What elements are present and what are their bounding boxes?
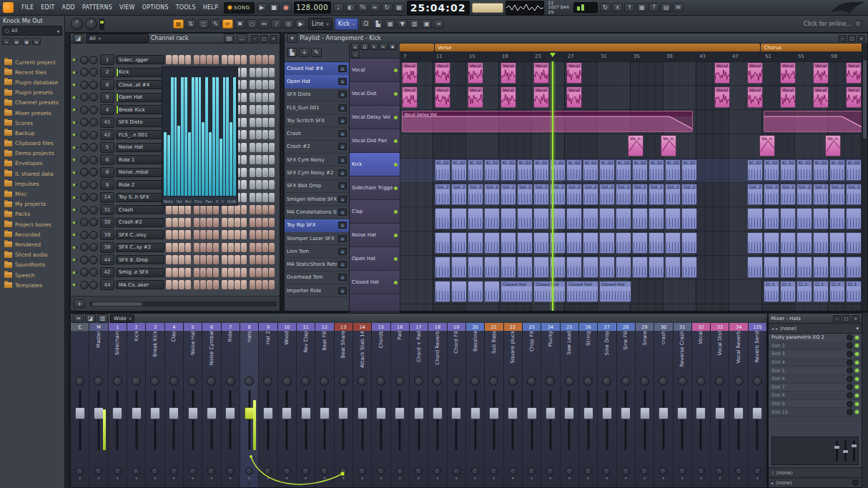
strip-route-led[interactable] [455, 482, 458, 485]
channel-mixer-target[interactable]: 44 [100, 279, 114, 290]
step-cell[interactable] [250, 230, 255, 239]
step-cell[interactable] [228, 55, 234, 64]
fx-slot-enable-led[interactable] [855, 336, 859, 339]
strip-stereo-knob[interactable] [302, 467, 310, 475]
step-cell[interactable] [213, 280, 219, 289]
strip-fader[interactable] [278, 389, 296, 452]
playlist-clip[interactable] [648, 232, 664, 254]
picker-item[interactable]: Toy Rip SFX▤ [285, 219, 349, 232]
strip-fader[interactable] [222, 389, 240, 452]
timeline-marker[interactable]: Chorus [761, 44, 862, 51]
fader-handle[interactable] [357, 407, 368, 419]
playlist-detach-icon[interactable]: ▾ [287, 34, 297, 43]
scrollbar-handle[interactable] [92, 302, 142, 306]
step-cell[interactable] [185, 255, 191, 264]
strip-route-arrow[interactable]: ▾ [324, 477, 326, 480]
strip-stereo-knob[interactable] [415, 467, 423, 475]
playlist-clip[interactable]: Ki..02 [484, 159, 500, 181]
mixer-strip-number[interactable]: 16 [391, 323, 409, 331]
playlist-clip[interactable] [566, 208, 582, 229]
solo-led[interactable] [76, 96, 78, 99]
mute-led[interactable] [73, 259, 75, 261]
mixer-strip-number[interactable]: 2 [127, 323, 145, 331]
fader-handle[interactable] [169, 407, 179, 419]
step-cell[interactable] [166, 243, 172, 252]
step-cell[interactable] [250, 205, 255, 214]
playlist-clip[interactable]: Vo..n [661, 135, 676, 156]
track-mute-led[interactable] [394, 257, 398, 261]
playlist-snap-icon[interactable]: Ω [360, 43, 369, 50]
playlist-clip[interactable]: Ki..02 [517, 159, 533, 181]
browser-item[interactable]: Soundfonts [0, 260, 64, 270]
step-cell[interactable] [213, 218, 219, 227]
graph-target-vel[interactable]: Vel [176, 199, 182, 204]
channel-filter-select[interactable]: All ▾ [86, 34, 149, 43]
fader-handle[interactable] [320, 407, 330, 419]
picker-panel-icon[interactable]: ▙ [373, 19, 383, 29]
strip-pan-knob[interactable] [339, 377, 348, 386]
mixer-strip-number[interactable]: 30 [654, 323, 672, 331]
step-cell[interactable] [200, 255, 206, 264]
playlist-timeline[interactable]: VerseChorus 711151923273135394347515559 [400, 43, 862, 62]
playlist-clip[interactable]: Vocal [468, 86, 483, 108]
delete-tool-icon[interactable]: ✖ [235, 19, 245, 29]
step-cell[interactable] [256, 280, 262, 289]
playlist-clip[interactable]: Ki..02 [599, 159, 615, 181]
strip-route-led[interactable] [661, 482, 665, 485]
channel-button[interactable]: Ride 2 [116, 180, 164, 189]
browser-view-icon[interactable]: ▦ [22, 38, 31, 45]
step-cell[interactable] [194, 255, 199, 264]
step-cell[interactable] [269, 55, 275, 64]
strip-fader[interactable] [184, 389, 202, 452]
maximize-button[interactable]: □ [260, 35, 268, 42]
playlist-clip[interactable] [468, 257, 483, 278]
fl-logo[interactable] [3, 2, 14, 13]
fader-handle[interactable] [282, 407, 292, 419]
solo-led[interactable] [76, 272, 78, 274]
step-cell[interactable] [200, 243, 206, 252]
solo-led[interactable] [76, 247, 78, 249]
mixer-strip-number[interactable]: 22 [504, 323, 522, 331]
channel-mixer-target[interactable]: 14 [100, 192, 114, 203]
playlist-brush-icon[interactable]: ✏ [379, 43, 388, 50]
step-cell[interactable] [179, 280, 184, 289]
playlist-menu-icon[interactable]: ≡ [351, 43, 360, 50]
strip-route-arrow[interactable]: ▾ [267, 477, 270, 480]
close-button[interactable]: × [857, 35, 865, 42]
fx-slot-mix-knob[interactable] [847, 409, 853, 415]
channel-button[interactable]: Toy S..h SFX [116, 193, 164, 202]
strip-route-arrow[interactable]: ▾ [418, 477, 420, 480]
mixer-strip[interactable]: 7Ride▾ [222, 323, 240, 487]
track-lane[interactable]: VocalVocalVocalVocalVocalVocalVocalVocal… [400, 61, 862, 86]
strip-route-led[interactable] [360, 482, 364, 485]
step-cell[interactable] [172, 268, 178, 277]
record-button[interactable]: ● [281, 3, 292, 12]
strip-stereo-knob[interactable] [340, 467, 347, 475]
mixer-strip[interactable]: 25Saw Lead▾ [561, 323, 579, 487]
strip-fader[interactable] [259, 389, 277, 452]
playlist-clip[interactable] [435, 257, 450, 278]
playlist-clip[interactable]: Vocal [402, 62, 418, 84]
step-cell[interactable] [269, 68, 275, 77]
fader-handle[interactable] [489, 407, 499, 419]
browser-menu-icon[interactable]: ≡ [32, 38, 41, 45]
strip-route-arrow[interactable]: ▾ [455, 477, 458, 480]
strip-stereo-knob[interactable] [377, 467, 385, 475]
strip-fader[interactable] [598, 389, 616, 452]
strip-route-arrow[interactable]: ▾ [286, 477, 288, 480]
playlist-clip[interactable]: Ki..02 [533, 159, 549, 181]
strip-pan-knob[interactable] [75, 377, 84, 386]
playlist-clip[interactable]: Closed Hat [566, 281, 598, 302]
channel-button[interactable]: Break Kick [116, 105, 164, 114]
slider-handle[interactable] [852, 444, 857, 447]
step-cell[interactable] [228, 243, 234, 252]
strip-route-led[interactable] [78, 482, 82, 485]
playlist-clip[interactable] [533, 232, 549, 254]
strip-route-arrow[interactable]: ▾ [493, 477, 495, 480]
step-cell[interactable] [213, 268, 219, 277]
mixer-strip[interactable]: MMaster▾ [89, 323, 108, 487]
fx-slot[interactable]: Slot 6 [769, 375, 862, 384]
playlist-clip[interactable] [632, 232, 648, 254]
strip-fader[interactable] [466, 389, 484, 452]
playlist-clip[interactable] [813, 232, 829, 254]
